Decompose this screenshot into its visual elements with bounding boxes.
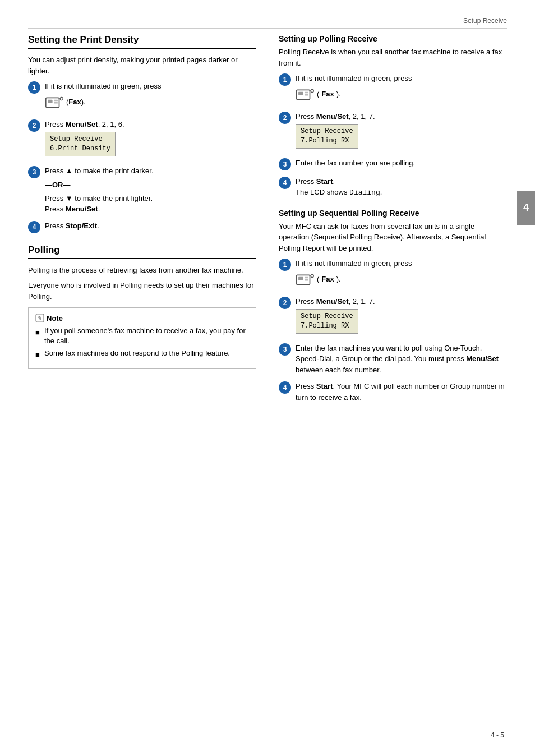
step-right-num-2: 2	[279, 112, 291, 124]
lcd-display-polling-rx-1: Setup Receive 7.Polling RX	[296, 124, 358, 149]
step-right-2-4: 4 Press Start. Your MFC will poll each n…	[279, 381, 507, 403]
step-left-1-3: 3 Press ▲ to make the print darker. —OR—…	[28, 165, 256, 215]
step-right-2-2: 2 Press Menu/Set, 2, 1, 7. Setup Receive…	[279, 296, 507, 337]
svg-rect-3	[54, 102, 58, 104]
lcd-display-print-density: Setup Receive 6.Print Density	[45, 132, 116, 156]
svg-rect-9	[298, 91, 303, 95]
chapter-tab: 4	[517, 191, 535, 225]
step-right-2-1: 1 If it is not illuminated in green, pre…	[279, 258, 507, 291]
note-item-2: ■ Some fax machines do not respond to th…	[35, 348, 249, 360]
step-right-2-4-content: Press Start. Your MFC will poll each num…	[296, 381, 507, 403]
svg-rect-2	[54, 99, 58, 101]
fax-icon-r1	[296, 86, 315, 102]
step-num-4: 4	[28, 221, 40, 233]
polling-intro2: Everyone who is involved in Polling need…	[28, 280, 256, 302]
step-num-3: 3	[28, 166, 40, 178]
step-left-1-1-content: If it is not illuminated in green, press…	[45, 81, 256, 113]
step-right-num-1: 1	[279, 73, 291, 86]
step-right-1-1: 1 If it is not illuminated in green, pre…	[279, 73, 507, 105]
step-right-1-4-content: Press Start. The LCD shows Dialing.	[296, 176, 507, 199]
step-num-2: 2	[28, 119, 40, 132]
step-left-1-2: 2 Press Menu/Set, 2, 1, 6. Setup Receive…	[28, 119, 256, 160]
note-bullet-2: ■	[35, 350, 41, 360]
note-title: ✎ Note	[35, 314, 249, 322]
step-right-num-3: 3	[279, 158, 291, 170]
step-right-1-4: 4 Press Start. The LCD shows Dialing.	[279, 176, 507, 199]
page-footer: 4 - 5	[491, 731, 504, 739]
step-right-2-1-content: If it is not illuminated in green, press…	[296, 258, 507, 291]
step-right-1-3-content: Enter the fax number you are polling.	[296, 158, 507, 169]
step-right-2-3-content: Enter the fax machines you want to poll …	[296, 343, 507, 376]
step-right-1-3: 3 Enter the fax number you are polling.	[279, 158, 507, 170]
step-right-1-1-content: If it is not illuminated in green, press…	[296, 73, 507, 105]
polling-intro1: Polling is the process of retrieving fax…	[28, 265, 256, 276]
svg-rect-10	[305, 91, 308, 93]
step-left-1-4-content: Press Stop/Exit.	[45, 220, 256, 232]
lcd-display-polling-rx-2: Setup Receive 7.Polling RX	[296, 309, 358, 334]
svg-rect-17	[305, 279, 308, 281]
svg-point-4	[60, 97, 63, 100]
page: Setup Receive 4 Setting the Print Densit…	[0, 0, 535, 756]
svg-rect-1	[48, 99, 53, 103]
note-icon: ✎	[35, 314, 44, 322]
svg-rect-11	[305, 94, 308, 96]
svg-point-18	[311, 274, 313, 277]
fax-icon-wrap: (Fax).	[45, 94, 256, 110]
main-columns: Setting the Print Density You can adjust…	[28, 34, 507, 408]
svg-point-12	[311, 89, 313, 92]
step-right-2-num-3: 3	[279, 343, 291, 356]
right-column: Setting up Polling Receive Polling Recei…	[279, 34, 507, 408]
print-density-title: Setting the Print Density	[28, 34, 256, 49]
polling-receive-title: Setting up Polling Receive	[279, 34, 507, 43]
polling-title: Polling	[28, 245, 256, 259]
fax-label-l1: (Fax).	[66, 96, 86, 108]
step-right-1-2-content: Press Menu/Set, 2, 1, 7. Setup Receive 7…	[296, 111, 507, 152]
note-box: ✎ Note ■ If you poll someone's fax machi…	[28, 307, 256, 369]
fax-icon-r2	[296, 271, 315, 287]
note-bullet-1: ■	[35, 328, 41, 338]
fax-icon-wrap-r1: (Fax).	[296, 86, 507, 102]
step-text: If it is not illuminated in green, press	[45, 82, 161, 90]
step-right-2-num-1: 1	[279, 259, 291, 271]
step-num-1: 1	[28, 81, 40, 94]
fax-icon-wrap-r2: (Fax).	[296, 271, 507, 287]
step-right-1-2: 2 Press Menu/Set, 2, 1, 7. Setup Receive…	[279, 111, 507, 152]
step-right-2-2-content: Press Menu/Set, 2, 1, 7. Setup Receive 7…	[296, 296, 507, 337]
seq-polling-title: Setting up Sequential Polling Receive	[279, 209, 507, 218]
step-left-1-2-content: Press Menu/Set, 2, 1, 6. Setup Receive 6…	[45, 119, 256, 160]
step-right-2-num-2: 2	[279, 297, 291, 309]
seq-polling-intro: Your MFC can ask for faxes from several …	[279, 221, 507, 254]
page-header: Setup Receive	[28, 17, 507, 29]
step-left-1-4: 4 Press Stop/Exit.	[28, 220, 256, 233]
step-right-num-4: 4	[279, 177, 291, 189]
polling-receive-intro: Polling Receive is when you call another…	[279, 47, 507, 68]
svg-text:✎: ✎	[37, 315, 41, 321]
step-left-1-3-content: Press ▲ to make the print darker. —OR— P…	[45, 165, 256, 215]
print-density-intro: You can adjust print density, making you…	[28, 54, 256, 76]
left-column: Setting the Print Density You can adjust…	[28, 34, 256, 408]
footer-text: 4 - 5	[491, 731, 504, 739]
header-text: Setup Receive	[463, 17, 507, 25]
step-right-2-3: 3 Enter the fax machines you want to pol…	[279, 343, 507, 376]
fax-icon	[45, 94, 64, 110]
svg-rect-16	[305, 276, 308, 278]
note-item-1: ■ If you poll someone's fax machine to r…	[35, 326, 249, 346]
svg-rect-15	[298, 276, 303, 280]
or-separator: —OR—	[45, 179, 256, 191]
step-right-2-num-4: 4	[279, 381, 291, 394]
step-left-1-1: 1 If it is not illuminated in green, pre…	[28, 81, 256, 113]
